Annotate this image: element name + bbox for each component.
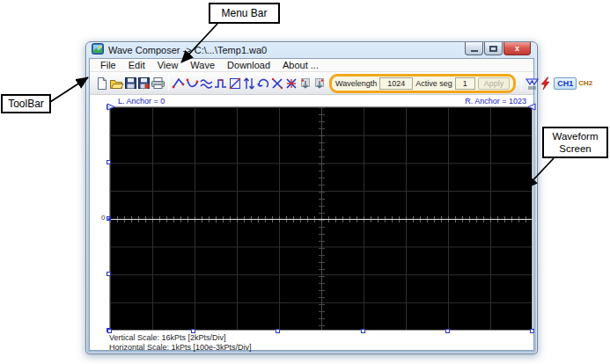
minimize-icon	[471, 50, 478, 52]
pulse-wave-icon	[214, 76, 228, 91]
download-wave-icon	[525, 76, 540, 91]
v-handle[interactable]	[107, 272, 111, 276]
h-handle[interactable]	[530, 329, 534, 333]
right-anchor-readout: R. Anchor = 1023	[465, 97, 526, 106]
draw-curve-button[interactable]	[186, 74, 200, 92]
active-seg-label: Active seg	[415, 79, 452, 88]
window-title: Wave Composer -> C:\...\Temp1.wa0	[108, 45, 267, 55]
callout-toolbar: ToolBar	[1, 94, 51, 113]
menu-download[interactable]: Download	[221, 60, 276, 70]
callout-toolbar-label: ToolBar	[8, 98, 44, 110]
move-points-icon	[242, 76, 256, 91]
menu-wave[interactable]: Wave	[184, 60, 221, 70]
print-button[interactable]	[151, 74, 165, 92]
window-controls: x	[465, 42, 531, 55]
print-icon	[151, 76, 165, 90]
left-anchor-marker[interactable]	[107, 98, 116, 114]
undo-button[interactable]	[256, 74, 270, 92]
zero-level-caret-icon	[107, 216, 111, 222]
insert-anchor-left-icon	[298, 76, 312, 91]
screenshot-root: Wave Composer -> C:\...\Temp1.wa0 x File…	[0, 0, 610, 364]
active-seg-value-field[interactable]: 1	[455, 77, 475, 90]
client-area: File Edit View Wave Download About ...	[89, 58, 534, 351]
apply-button[interactable]: Apply	[478, 77, 511, 90]
h-handle[interactable]	[276, 329, 280, 333]
menu-view[interactable]: View	[151, 60, 185, 70]
anchor-grid-icon	[228, 76, 242, 91]
open-folder-icon	[109, 76, 124, 91]
right-anchor-marker[interactable]	[526, 98, 536, 114]
waveform-screen[interactable]: 0	[109, 106, 533, 331]
left-anchor-readout: L. Anchor = 0	[118, 97, 165, 106]
insert-anchor-right-icon	[312, 76, 327, 91]
v-handle[interactable]	[107, 160, 111, 164]
download-wave-button[interactable]	[525, 74, 540, 92]
menu-edit[interactable]: Edit	[122, 60, 151, 70]
minimize-button[interactable]	[465, 42, 483, 55]
toolbar-separator	[521, 76, 522, 91]
waveform-grid[interactable]	[109, 106, 533, 331]
h-handle[interactable]	[445, 329, 450, 333]
open-file-button[interactable]	[109, 74, 124, 92]
draw-curve-icon	[186, 76, 200, 91]
close-button[interactable]: x	[503, 42, 531, 55]
vertical-scale-text: Vertical Scale: 16kPts [2kPts/Div]	[109, 333, 533, 343]
delete-all-button[interactable]	[284, 74, 298, 92]
save-file-button[interactable]	[124, 74, 137, 92]
anchor-status-row: L. Anchor = 0 R. Anchor = 1023	[90, 95, 533, 106]
move-points-button[interactable]	[242, 74, 256, 92]
menu-bar: File Edit View Wave Download About ...	[90, 59, 533, 72]
wavelength-value-field[interactable]: 1024	[379, 77, 413, 90]
app-icon	[92, 42, 104, 58]
h-handle[interactable]	[361, 329, 365, 333]
toolbar-separator	[168, 76, 169, 91]
draw-segment-button[interactable]	[172, 74, 186, 92]
burst-lightning-icon	[540, 76, 552, 91]
waveform-trace	[110, 219, 532, 220]
smooth-wave-icon	[200, 76, 214, 91]
callout-waveform-line1: Waveform	[553, 130, 599, 142]
callout-menu-bar-label: Menu Bar	[221, 7, 267, 19]
callout-waveform-screen: Waveform Screen	[542, 127, 608, 158]
h-handle[interactable]	[191, 329, 195, 333]
menu-about[interactable]: About ...	[276, 60, 325, 70]
delete-segment-button[interactable]	[270, 74, 284, 92]
zero-level-label: 0	[101, 214, 105, 222]
pulse-wave-button[interactable]	[214, 74, 228, 92]
delete-all-icon	[284, 76, 298, 91]
wavelength-label: Wavelength	[335, 79, 377, 88]
horizontal-scale-text: Horizontal Scale: 1kPts [100e-3kPts/Div]	[109, 343, 533, 353]
insert-anchor-right-button[interactable]	[312, 74, 327, 92]
smooth-wave-button[interactable]	[200, 74, 214, 92]
toolbar-arrow	[50, 77, 88, 102]
undo-icon	[256, 76, 270, 91]
save-file-as-button[interactable]	[137, 74, 151, 92]
scale-readout: Vertical Scale: 16kPts [2kPts/Div] Horiz…	[109, 333, 533, 352]
new-file-button[interactable]	[95, 74, 109, 92]
ch1-button[interactable]: CH1	[554, 77, 577, 90]
wave-composer-window: Wave Composer -> C:\...\Temp1.wa0 x File…	[85, 41, 538, 354]
insert-anchor-left-button[interactable]	[298, 74, 312, 92]
menu-file[interactable]: File	[94, 60, 122, 70]
save-as-icon	[137, 76, 151, 90]
new-file-icon	[95, 76, 109, 91]
callout-waveform-line2: Screen	[559, 142, 591, 155]
wavelength-panel: Wavelength 1024 Active seg 1 Apply	[329, 74, 516, 93]
delete-segment-icon	[270, 76, 284, 91]
h-handle[interactable]	[107, 329, 112, 333]
burst-button[interactable]	[540, 74, 552, 92]
maximize-icon	[489, 46, 497, 52]
anchor-grid-button[interactable]	[228, 74, 242, 92]
callout-menu-bar: Menu Bar	[209, 3, 280, 24]
tool-bar: Wavelength 1024 Active seg 1 Apply	[90, 72, 533, 95]
close-icon: x	[515, 44, 519, 53]
ch2-button[interactable]: CH2	[577, 78, 594, 88]
maximize-button[interactable]	[484, 42, 503, 55]
save-icon	[124, 76, 137, 90]
draw-segment-icon	[172, 76, 186, 91]
